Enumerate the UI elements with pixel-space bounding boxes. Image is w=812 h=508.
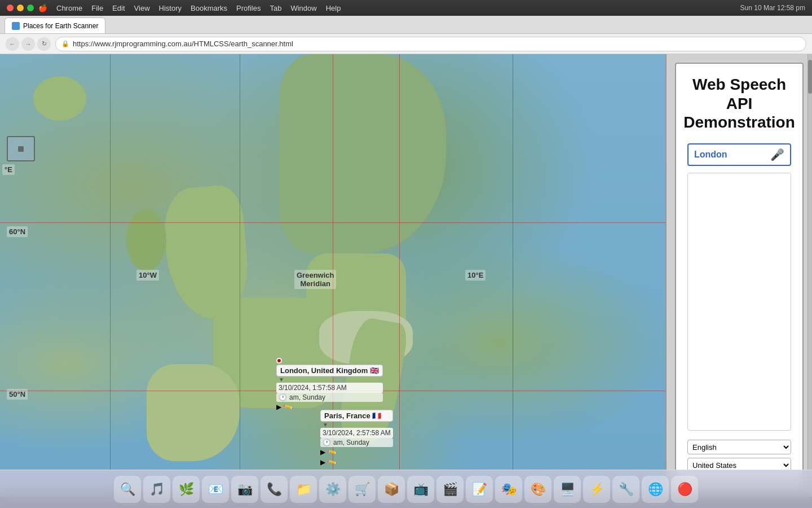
dock-app2[interactable]: 🛒: [348, 476, 376, 503]
dock-notes[interactable]: 📝: [466, 476, 493, 503]
label-lon-pos: 10°E: [465, 270, 486, 281]
grid-line-v4: [513, 54, 513, 497]
tab-label: Places for Earth Scanner: [23, 22, 98, 30]
map-container[interactable]: °E 10°W GreenwichMeridian 10°E 60°N 50°N…: [0, 54, 665, 497]
close-button[interactable]: [7, 5, 14, 11]
dock-music[interactable]: 🎵: [143, 476, 170, 503]
pencil-icon[interactable]: ✏️: [283, 401, 294, 413]
back-button[interactable]: ←: [6, 37, 19, 51]
url-text: https://www.rjmprogramming.com.au/HTMLCS…: [73, 40, 293, 48]
menu-history[interactable]: History: [159, 4, 182, 12]
menu-bar: 🍎 Chrome File Edit View History Bookmark…: [38, 4, 341, 12]
tab-bar: Places for Earth Scanner: [0, 16, 812, 34]
land-scandinavia: [280, 54, 446, 253]
pencil-icon-2[interactable]: ✏️: [326, 446, 338, 458]
dock-app5[interactable]: ⚡: [583, 476, 610, 503]
dock-photos[interactable]: 📷: [231, 476, 258, 503]
menu-edit[interactable]: Edit: [112, 4, 125, 12]
reload-button[interactable]: ↻: [37, 37, 51, 51]
dock-app3[interactable]: 📦: [378, 476, 405, 503]
paris-time-detail: 🕐 am, Sunday: [320, 438, 393, 447]
main-content: °E 10°W GreenwichMeridian 10°E 60°N 50°N…: [0, 54, 812, 497]
london-pin-label: London, United Kingdom 🇬🇧: [276, 365, 383, 376]
land-iceland: [33, 76, 86, 120]
active-tab[interactable]: Places for Earth Scanner: [5, 17, 105, 33]
traffic-lights: [7, 5, 34, 11]
nav-buttons: ← → ↻: [6, 37, 51, 51]
address-bar[interactable]: 🔒 https://www.rjmprogramming.com.au/HTML…: [55, 37, 806, 51]
dock-finder[interactable]: 🔍: [114, 476, 141, 503]
london-pin-dot: [276, 358, 282, 364]
dock: 🔍 🎵 🌿 📧 📷 📞 📁 ⚙️ 🛒 📦 📺 🎬 📝 🎭 🎨 🖥️ ⚡ 🔧 🌐 …: [0, 470, 812, 508]
browser-chrome: ← → ↻ 🔒 https://www.rjmprogramming.com.a…: [0, 34, 812, 54]
london-datetime: 3/10/2024, 1:57:58 AM: [276, 383, 383, 393]
scrollbar-thumb[interactable]: [808, 60, 812, 94]
label-lat-50: 50°N: [7, 389, 28, 400]
paris-datetime: 3/10/2024, 2:57:58 AM: [320, 428, 393, 438]
dock-phone[interactable]: 📞: [261, 476, 288, 503]
london-pin[interactable]: London, United Kingdom 🇬🇧 ▼ 3/10/2024, 1…: [276, 358, 383, 411]
paris-clock-icon: 🕐: [323, 439, 331, 446]
london-pin-arrow: ▼: [279, 376, 383, 383]
system-time: Sun 10 Mar 12:58 pm: [740, 4, 805, 12]
paris-pin[interactable]: Paris, France 🇫🇷 ▼ 3/10/2024, 2:57:58 AM…: [320, 409, 393, 466]
speech-input-box[interactable]: London 🎤: [687, 143, 791, 166]
land-iberia: [147, 364, 240, 461]
map-inset[interactable]: [7, 136, 35, 161]
dock-app6[interactable]: 🔴: [671, 476, 698, 503]
play-icon-2[interactable]: ▶: [320, 448, 325, 456]
menu-view[interactable]: View: [134, 4, 150, 12]
lock-icon: 🔒: [61, 40, 69, 47]
pencil-icon-3[interactable]: ✏️: [326, 457, 338, 468]
paris-pin-arrow: ▼: [323, 422, 393, 428]
menu-profiles[interactable]: Profiles: [236, 4, 261, 12]
dock-tv[interactable]: 📺: [407, 476, 434, 503]
scrollbar[interactable]: [807, 54, 812, 497]
dock-video[interactable]: 🎬: [436, 476, 464, 503]
grid-line-v3: [399, 54, 400, 497]
speech-output-box[interactable]: [687, 173, 791, 431]
title-bar: 🍎 Chrome File Edit View History Bookmark…: [0, 0, 812, 16]
play-icon-1[interactable]: ▶: [276, 403, 281, 411]
label-greenwich: GreenwichMeridian: [294, 270, 336, 289]
london-time-label: am, Sunday: [289, 393, 325, 401]
dock-app1[interactable]: 🌿: [173, 476, 200, 503]
language-select[interactable]: English French German Spanish: [687, 440, 791, 454]
mic-icon[interactable]: 🎤: [770, 148, 784, 161]
menu-chrome[interactable]: Chrome: [56, 4, 82, 12]
minimize-button[interactable]: [17, 5, 24, 11]
dock-mail[interactable]: 📧: [202, 476, 229, 503]
maximize-button[interactable]: [27, 5, 34, 11]
dock-files[interactable]: 📁: [290, 476, 317, 503]
play-icon-3[interactable]: ▶: [320, 458, 325, 466]
menu-file[interactable]: File: [91, 4, 103, 12]
dock-prefs[interactable]: ⚙️: [319, 476, 346, 503]
dock-browser[interactable]: 🌐: [642, 476, 669, 503]
dock-art[interactable]: 🎨: [524, 476, 551, 503]
menu-bookmarks[interactable]: Bookmarks: [191, 4, 227, 12]
paris-pin-label: Paris, France 🇫🇷: [320, 410, 393, 422]
paris-time-label: am, Sunday: [333, 439, 369, 446]
label-lon-neg: 10°W: [136, 270, 159, 281]
label-lat-e: °E: [2, 164, 15, 175]
forward-button[interactable]: →: [21, 37, 35, 51]
menu-apple[interactable]: 🍎: [38, 4, 47, 12]
dock-monitor[interactable]: 🖥️: [554, 476, 581, 503]
grid-line-h1: [0, 222, 665, 223]
menu-window[interactable]: Window: [290, 4, 316, 12]
sidebar-title: Web Speech API Demonstration: [683, 75, 795, 132]
dock-app4[interactable]: 🎭: [495, 476, 522, 503]
title-bar-left: 🍎 Chrome File Edit View History Bookmark…: [7, 4, 341, 12]
grid-line-v2: [240, 54, 240, 497]
sidebar-inner: Web Speech API Demonstration London 🎤 En…: [675, 63, 804, 488]
speech-input-text: London: [694, 150, 727, 160]
sidebar-panel: Web Speech API Demonstration London 🎤 En…: [665, 54, 812, 497]
paris-controls[interactable]: ▶ ✏️ ▶ ✏️: [320, 447, 393, 466]
dock-tools[interactable]: 🔧: [612, 476, 639, 503]
map-inset-marker: [18, 146, 24, 152]
menu-help[interactable]: Help: [326, 4, 341, 12]
label-lat-60: 60°N: [7, 226, 28, 237]
grid-line-v1: [110, 54, 111, 497]
london-time-detail: 🕐 am, Sunday: [276, 393, 383, 402]
menu-tab[interactable]: Tab: [270, 4, 281, 12]
